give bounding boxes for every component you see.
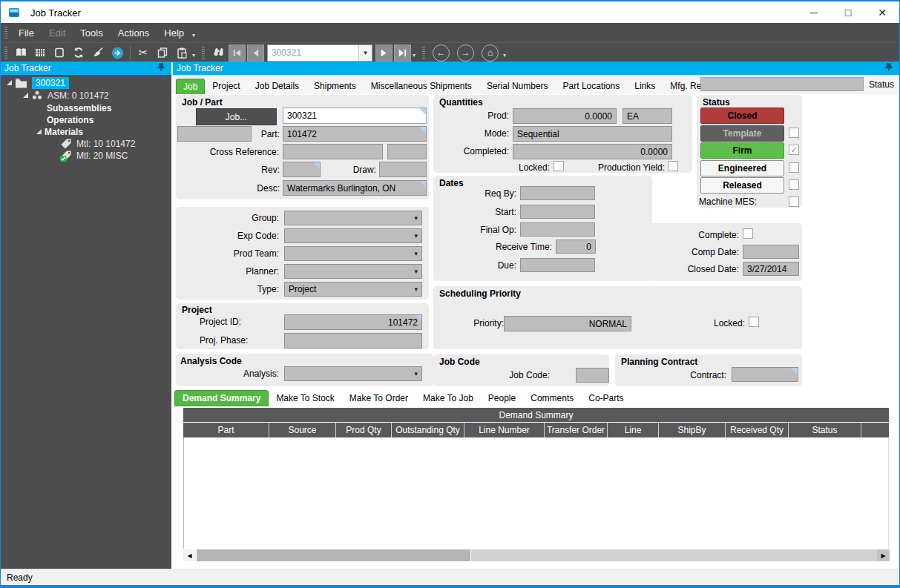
production-yield-checkbox[interactable] [668,161,678,171]
home-button[interactable]: ⌂ [482,44,499,62]
close-button[interactable]: ✕ [865,1,899,24]
released-status-button[interactable]: Released [700,177,784,194]
released-checkbox[interactable] [789,179,799,190]
tree-item-asm[interactable]: ASM: 0 101472 [23,89,109,102]
minimize-button[interactable]: ─ [797,1,831,24]
tab-project[interactable]: Project [205,78,247,94]
tree-item-label[interactable]: Mtl: 20 MISC [76,151,128,161]
next-record-button[interactable] [375,44,392,62]
column-header-transfer-order[interactable]: Transfer Order [545,423,608,437]
tab-serial-numbers[interactable]: Serial Numbers [479,78,556,94]
machine-mes-checkbox[interactable] [789,196,799,207]
tab-job-details[interactable]: Job Details [248,78,306,94]
tree-item-label[interactable]: ASM: 0 101472 [47,90,109,101]
template-status-button[interactable]: Template [700,125,784,142]
tree-item-label[interactable]: Mtl: 10 101472 [76,139,135,149]
menubar-grip[interactable] [4,27,7,39]
tree-item-operations[interactable]: Operations [47,113,93,126]
column-header-line-number[interactable]: Line Number [464,423,545,437]
book-icon[interactable] [11,44,30,61]
toolbar-grip-3[interactable] [422,47,425,59]
tab-co-parts[interactable]: Co-Parts [581,390,631,406]
scheduling-locked-checkbox[interactable] [749,317,759,327]
tree-item-label[interactable]: Subassemblies [47,103,111,113]
last-record-button[interactable] [394,44,411,62]
column-header-shipby[interactable]: ShipBy [659,423,726,437]
scroll-right-button[interactable]: ▶ [877,549,890,561]
template-checkbox[interactable] [789,128,799,138]
tab-comments[interactable]: Comments [523,390,581,406]
toolbar-grip[interactable] [4,47,7,59]
record-combobox-dropdown[interactable]: ▼ [358,45,372,61]
expander-icon[interactable] [7,80,12,85]
cut-icon[interactable]: ✂ [134,44,153,61]
go-icon[interactable] [108,44,127,61]
tree-item-job[interactable]: 300321 [7,76,69,89]
grid-body[interactable] [183,437,889,549]
firm-status-button[interactable]: Firm [700,142,784,159]
expander-icon[interactable] [36,129,42,134]
tab-part-locations[interactable]: Part Locations [556,78,628,94]
pin-icon[interactable] [885,63,893,74]
group-dropdown[interactable] [284,211,422,225]
analysis-dropdown[interactable] [284,366,422,381]
column-header-status[interactable]: Status [789,423,861,437]
column-header-received-qty[interactable]: Received Qty [726,423,789,437]
engineered-checkbox[interactable] [789,162,799,173]
tree-item-label[interactable]: Materials [45,127,83,137]
menu-tools[interactable]: Tools [73,27,110,39]
horizontal-scrollbar[interactable]: ◀ ▶ [183,549,890,561]
prod-team-dropdown[interactable] [284,246,422,261]
tab-make-to-job[interactable]: Make To Job [415,390,481,406]
tree-item-materials[interactable]: Materials [36,125,83,138]
tree-item-subassemblies[interactable]: Subassemblies [47,102,111,114]
grid-icon[interactable] [30,44,50,61]
tab-links[interactable]: Links [627,78,663,94]
back-button[interactable]: ← [433,44,450,62]
column-header-outstanding-qty[interactable]: Outstanding Qty [392,423,464,437]
pin-icon[interactable] [157,63,165,74]
expander-icon[interactable] [23,93,28,98]
column-header-line[interactable]: Line [608,423,659,437]
tab-make-to-order[interactable]: Make To Order [342,390,415,406]
tab-people[interactable]: People [481,390,523,406]
scrollbar-thumb[interactable] [196,549,471,561]
locked-checkbox[interactable] [554,161,564,171]
firm-checkbox[interactable] [789,145,799,155]
paste-icon[interactable] [172,44,191,61]
tab-demand-summary[interactable]: Demand Summary [174,390,269,406]
closed-status-button[interactable]: Closed [700,108,784,124]
form-icon[interactable] [50,44,69,61]
menu-overflow-icon[interactable]: ▾ [192,32,195,39]
nav-overflow-icon[interactable]: ▾ [413,52,415,59]
column-header-part[interactable]: Part [183,423,269,437]
tab-shipments[interactable]: Shipments [306,78,364,94]
previous-record-button[interactable] [247,44,264,62]
menu-actions[interactable]: Actions [111,27,157,39]
tree-item-label[interactable]: 300321 [32,77,69,89]
tree-item-label[interactable]: Operations [47,115,93,125]
tab-make-to-stock[interactable]: Make To Stock [269,390,341,406]
exp-code-dropdown[interactable] [284,228,422,243]
first-record-button[interactable] [229,44,246,62]
menu-file[interactable]: File [11,27,42,39]
search-icon[interactable] [208,44,228,61]
toolbar-grip-2[interactable] [202,47,205,59]
complete-checkbox[interactable] [743,228,753,239]
menu-help[interactable]: Help [157,27,191,39]
tab-job[interactable]: Job [176,79,205,94]
column-header-prod-qty[interactable]: Prod Qty [336,423,392,437]
tree-item-mtl-10[interactable]: Mtl: 10 101472 [60,137,135,150]
column-header-source[interactable]: Source [269,423,336,437]
scroll-left-button[interactable]: ◀ [183,549,196,561]
type-dropdown[interactable]: Project [284,282,422,297]
refresh-icon[interactable] [69,44,88,61]
planner-dropdown[interactable] [284,264,422,279]
record-combobox-value[interactable]: 300321 [268,47,358,58]
forward-button[interactable]: → [457,44,474,62]
engineered-status-button[interactable]: Engineered [700,160,784,176]
copy-icon[interactable] [153,44,172,61]
job-button[interactable]: Job... [196,108,277,125]
maximize-button[interactable]: □ [831,1,865,24]
job-input[interactable]: 300321 [283,108,427,124]
